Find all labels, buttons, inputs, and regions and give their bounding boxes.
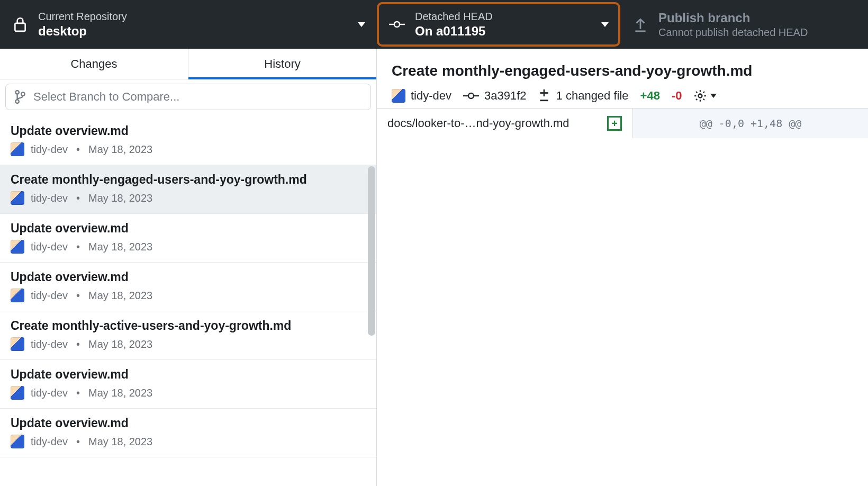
commit-item-date: May 18, 2023 [88,290,152,302]
repo-value: desktop [38,24,127,39]
branch-label: Detached HEAD [415,11,493,23]
repo-label: Current Repository [38,11,127,23]
commit-author: tidy-dev [411,89,451,103]
commit-title: Create monthly-engaged-users-and-yoy-gro… [392,62,853,79]
commit-item-author: tidy-dev [31,387,68,399]
gear-icon [693,89,707,103]
svg-point-7 [21,92,24,96]
changed-files[interactable]: 1 changed file [556,89,629,103]
lock-icon [12,16,29,32]
compare-branch-select[interactable]: Select Branch to Compare... [5,84,371,110]
commit-item-author: tidy-dev [31,436,68,448]
commit-item-author: tidy-dev [31,241,68,253]
changed-file-entry[interactable]: docs/looker-to-…nd-yoy-growth.md + [377,109,633,138]
avatar [392,89,405,103]
separator [74,290,82,302]
history-sidebar: Changes History Select Branch to Compare… [0,49,377,486]
branch-switcher[interactable]: Detached HEAD On a011195 [377,2,620,47]
commit-list-item[interactable]: Create monthly-active-users-and-yoy-grow… [0,311,376,360]
commit-list-item[interactable]: Update overview.mdtidy-devMay 18, 2023 [0,409,376,457]
commit-item-date: May 18, 2023 [88,338,152,350]
tab-history[interactable]: History [188,49,376,79]
svg-point-14 [699,94,702,98]
separator [74,338,82,350]
commit-list-item[interactable]: Create monthly-engaged-users-and-yoy-gro… [0,165,376,214]
repo-switcher[interactable]: Current Repository desktop [0,0,377,49]
chevron-down-icon [710,94,717,98]
avatar [11,289,24,302]
commit-list-item[interactable]: Update overview.mdtidy-devMay 18, 2023 [0,360,376,409]
separator [74,387,82,399]
commit-list[interactable]: Update overview.mdtidy-devMay 18, 2023Cr… [0,116,376,457]
svg-point-6 [15,100,19,103]
commit-node-icon [388,20,405,29]
commit-item-title: Create monthly-active-users-and-yoy-grow… [11,319,366,333]
sidebar-tabs: Changes History [0,49,376,79]
chevron-down-icon [601,22,609,27]
avatar [11,191,24,205]
commit-options-button[interactable] [693,89,717,103]
file-added-icon: + [607,116,622,131]
additions-count: +48 [640,89,660,103]
publish-branch-button[interactable]: Publish branch Cannot publish detached H… [620,0,868,49]
compare-placeholder: Select Branch to Compare... [33,90,179,104]
svg-rect-0 [15,23,25,31]
svg-point-5 [15,91,19,94]
main-area: Changes History Select Branch to Compare… [0,49,868,486]
commit-item-title: Create monthly-engaged-users-and-yoy-gro… [11,173,366,187]
avatar [11,142,24,156]
svg-point-2 [394,22,400,27]
commit-item-date: May 18, 2023 [88,192,152,204]
separator [74,143,82,156]
publish-msg: Cannot publish detached HEAD [658,26,808,39]
avatar [11,435,24,448]
commit-list-item[interactable]: Update overview.mdtidy-devMay 18, 2023 [0,263,376,311]
commit-item-title: Update overview.md [11,124,366,138]
commit-list-item[interactable]: Update overview.mdtidy-devMay 18, 2023 [0,116,376,165]
commit-item-title: Update overview.md [11,221,366,236]
commit-item-date: May 18, 2023 [88,241,152,253]
commit-item-author: tidy-dev [31,143,68,156]
commit-item-date: May 18, 2023 [88,436,152,448]
separator [74,192,82,204]
diff-icon [538,89,550,102]
avatar [11,337,24,351]
commit-item-author: tidy-dev [31,338,68,350]
avatar [11,386,24,400]
diff-hunk-header: @@ -0,0 +1,48 @@ [633,109,868,138]
commit-item-author: tidy-dev [31,192,68,204]
tab-changes[interactable]: Changes [0,49,188,79]
commit-detail: Create monthly-engaged-users-and-yoy-gro… [377,49,868,486]
branch-value: On a011195 [415,24,493,39]
commit-list-item[interactable]: Update overview.mdtidy-devMay 18, 2023 [0,214,376,263]
separator [74,436,82,448]
commit-item-date: May 18, 2023 [88,143,152,156]
chevron-down-icon [358,22,365,27]
commit-item-author: tidy-dev [31,290,68,302]
commit-item-title: Update overview.md [11,367,366,382]
separator [74,241,82,253]
scrollbar-thumb[interactable] [368,166,375,336]
file-path: docs/looker-to-…nd-yoy-growth.md [387,116,569,130]
commit-item-title: Update overview.md [11,270,366,284]
commit-item-date: May 18, 2023 [88,387,152,399]
commit-node-icon [463,92,479,100]
svg-point-9 [468,93,474,98]
publish-label: Publish branch [658,11,808,25]
avatar [11,240,24,254]
commit-sha[interactable]: 3a391f2 [484,89,527,103]
git-branch-icon [14,90,26,104]
app-toolbar: Current Repository desktop Detached HEAD… [0,0,868,49]
deletions-count: -0 [672,89,682,103]
commit-item-title: Update overview.md [11,416,366,430]
push-arrow-up-icon [632,16,649,32]
